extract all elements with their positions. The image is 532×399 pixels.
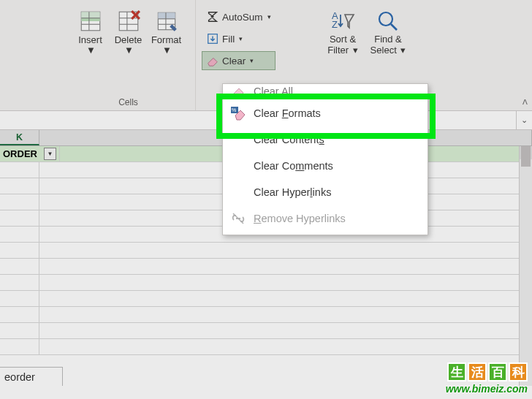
svg-rect-2: [81, 18, 100, 21]
svg-text:%: %: [232, 107, 236, 113]
menu-clear-formats[interactable]: % Clear Formats: [223, 100, 428, 126]
expand-formula-bar[interactable]: ⌄: [516, 111, 532, 130]
wm-url: www.bimeiz.com: [446, 383, 528, 395]
wm-char: 生: [447, 362, 466, 381]
collapse-ribbon-icon[interactable]: ᐱ: [522, 98, 528, 106]
table-row[interactable]: [0, 307, 532, 323]
wm-char: 百: [488, 362, 507, 381]
chevron-down-icon: ▾: [250, 57, 254, 64]
blank-icon: [230, 184, 246, 200]
menu-remove-hyperlinks: Remove Hyperlinks: [223, 205, 428, 232]
clear-menu: Clear All % Clear Formats Clear Contents…: [222, 83, 428, 235]
chevron-down-icon: ▼: [86, 45, 96, 56]
wm-char: 科: [509, 362, 528, 381]
autosum-button[interactable]: AutoSum ▾: [202, 7, 276, 26]
clear-button[interactable]: Clear ▾: [202, 51, 276, 70]
svg-rect-1: [81, 12, 100, 18]
sort-filter-icon: AZ: [330, 9, 355, 34]
blank-icon: [230, 132, 246, 148]
fill-down-icon: [206, 32, 219, 45]
sigma-icon: [206, 10, 219, 23]
chevron-down-icon: ▼: [162, 45, 172, 56]
sheet-tab-partial[interactable]: eorder: [0, 367, 63, 386]
insert-button[interactable]: Insert ▼: [72, 4, 110, 57]
chevron-down-icon: ▾: [353, 45, 358, 56]
table-row[interactable]: [0, 259, 532, 275]
eraser-icon: [206, 54, 219, 67]
table-row[interactable]: [0, 275, 532, 291]
delete-button[interactable]: Delete ▼: [110, 4, 148, 57]
chevron-down-icon: ▾: [267, 13, 271, 20]
scroll-thumb[interactable]: [521, 146, 531, 167]
ribbon-group-cells: Insert ▼ Delete ▼ Format ▼ Cells: [61, 0, 196, 110]
menu-clear-hyperlinks[interactable]: Clear Hyperlinks: [223, 179, 428, 205]
format-cells-icon: [154, 9, 179, 34]
insert-cells-icon: [78, 9, 103, 34]
table-row[interactable]: [0, 323, 532, 339]
svg-rect-11: [158, 12, 175, 19]
group-label-cells: Cells: [67, 97, 189, 107]
table-row[interactable]: [0, 339, 532, 355]
svg-point-18: [379, 12, 392, 26]
fill-button[interactable]: Fill ▾: [202, 29, 276, 48]
filter-button[interactable]: ▼: [44, 148, 56, 160]
clear-formats-icon: %: [230, 105, 246, 121]
find-icon: [376, 9, 400, 34]
eraser-icon: [230, 83, 246, 99]
find-select-button[interactable]: Find & Select ▾: [367, 4, 409, 56]
menu-clear-contents[interactable]: Clear Contents: [223, 126, 428, 153]
col-title-order: ORDER: [3, 148, 37, 159]
col-header-k[interactable]: K: [0, 130, 39, 145]
chevron-down-icon: ▼: [124, 45, 134, 56]
unlink-icon: [230, 210, 246, 227]
blank-icon: [230, 158, 246, 174]
chevron-down-icon: ▾: [239, 35, 243, 42]
chevron-down-icon: ▾: [400, 45, 406, 56]
menu-clear-comments[interactable]: Clear Comments: [223, 153, 428, 179]
sort-filter-button[interactable]: AZ Sort & Filter ▾: [322, 4, 364, 56]
format-button[interactable]: Format ▼: [148, 4, 186, 57]
wm-char: 活: [468, 362, 487, 381]
menu-clear-all[interactable]: Clear All: [223, 83, 428, 100]
watermark: 生 活 百 科 www.bimeiz.com: [446, 362, 528, 395]
delete-cells-icon: [116, 9, 141, 34]
table-row[interactable]: [0, 291, 532, 307]
vertical-scrollbar[interactable]: ▲: [519, 146, 532, 386]
svg-text:Z: Z: [332, 19, 338, 30]
table-row[interactable]: [0, 243, 532, 259]
